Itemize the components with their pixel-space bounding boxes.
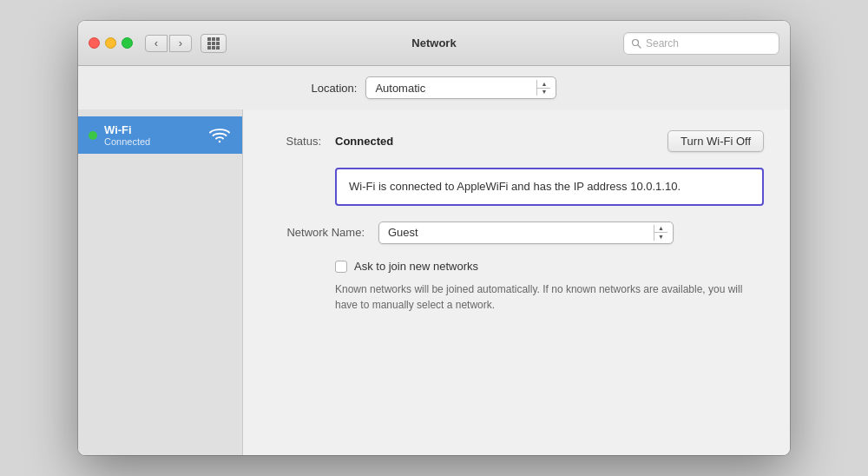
main-content: Wi-Fi Connected Status: Connected Turn W…	[78, 109, 790, 455]
network-stepper-down-icon[interactable]: ▼	[654, 233, 667, 241]
status-label: Status:	[269, 135, 321, 148]
status-row: Status: Connected Turn Wi-Fi Off	[269, 130, 764, 152]
network-window: ‹ › Network Location: Automatic	[78, 21, 790, 455]
forward-button[interactable]: ›	[169, 35, 192, 52]
search-icon	[631, 38, 641, 49]
right-panel: Status: Connected Turn Wi-Fi Off Wi-Fi i…	[243, 109, 790, 455]
back-button[interactable]: ‹	[145, 35, 168, 52]
stepper-up-icon[interactable]: ▲	[537, 80, 550, 89]
network-name-select[interactable]: Guest ▲ ▼	[378, 221, 674, 244]
network-stepper-up-icon[interactable]: ▲	[654, 225, 667, 234]
checkbox-hint: Known networks will be joined automatica…	[335, 281, 764, 313]
close-button[interactable]	[89, 37, 100, 49]
nav-buttons: ‹ ›	[145, 35, 192, 52]
forward-icon: ›	[179, 36, 182, 50]
titlebar: ‹ › Network	[78, 21, 790, 66]
status-dot-green	[89, 131, 97, 140]
window-title: Network	[411, 36, 456, 50]
ask-to-join-checkbox[interactable]	[335, 261, 347, 273]
search-bar[interactable]	[623, 32, 779, 55]
grid-icon	[207, 37, 220, 50]
network-stepper[interactable]: ▲ ▼	[654, 225, 667, 241]
svg-line-1	[638, 44, 641, 47]
location-select[interactable]: Automatic ▲ ▼	[365, 76, 556, 99]
traffic-lights	[89, 37, 133, 49]
sidebar-item-wifi[interactable]: Wi-Fi Connected	[78, 116, 242, 154]
checkbox-label: Ask to join new networks	[354, 260, 478, 273]
network-name-value: Guest	[388, 226, 418, 239]
sidebar-item-name: Wi-Fi	[104, 123, 201, 136]
checkbox-row: Ask to join new networks	[335, 260, 764, 273]
turn-wifi-off-button[interactable]: Turn Wi-Fi Off	[667, 130, 764, 152]
minimize-button[interactable]	[105, 37, 116, 49]
checkbox-section: Ask to join new networks Known networks …	[335, 260, 764, 313]
back-icon: ‹	[155, 36, 158, 50]
maximize-button[interactable]	[122, 37, 133, 49]
stepper-down-icon[interactable]: ▼	[537, 89, 550, 96]
wifi-icon	[207, 126, 232, 145]
location-label: Location:	[312, 82, 358, 95]
network-name-label: Network Name:	[269, 226, 365, 239]
sidebar-item-status: Connected	[104, 136, 201, 147]
grid-view-button[interactable]	[201, 34, 227, 53]
sidebar: Wi-Fi Connected	[78, 109, 243, 455]
info-text: Wi-Fi is connected to AppleWiFi and has …	[349, 180, 681, 193]
network-name-row: Network Name: Guest ▲ ▼	[269, 221, 764, 244]
sidebar-item-text: Wi-Fi Connected	[104, 123, 201, 147]
status-value: Connected	[335, 135, 393, 148]
location-stepper[interactable]: ▲ ▼	[536, 80, 550, 96]
location-value: Automatic	[375, 82, 425, 95]
search-input[interactable]	[646, 37, 772, 50]
location-bar: Location: Automatic ▲ ▼	[78, 66, 790, 109]
info-box: Wi-Fi is connected to AppleWiFi and has …	[335, 168, 764, 206]
